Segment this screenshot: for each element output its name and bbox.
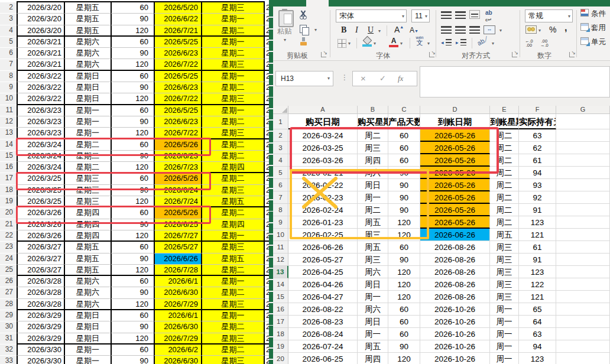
decrease-indent-icon[interactable]: ◂: [441, 38, 452, 46]
font-color-icon[interactable]: A: [389, 37, 398, 47]
row-header-1[interactable]: 1: [273, 114, 288, 129]
cell-days[interactable]: 90: [111, 14, 154, 25]
cell-product-days[interactable]: 60: [388, 241, 420, 254]
cell-days[interactable]: 120: [111, 59, 154, 70]
cell-hold-days[interactable]: 94: [519, 167, 556, 179]
row-header[interactable]: 18: [0, 185, 17, 196]
cell-arrival-date[interactable]: 2026-06-26: [420, 229, 490, 241]
number-format-combo[interactable]: 常规▾: [525, 9, 573, 22]
cell-date[interactable]: 2026/3/22: [17, 82, 64, 93]
cell-hold-days[interactable]: 123: [519, 216, 556, 229]
cell-weekday[interactable]: 星期五: [64, 14, 111, 25]
cell-arrival-date[interactable]: 2026/5/20: [154, 2, 201, 14]
cell-weekday[interactable]: 星期日: [64, 333, 111, 344]
grow-font-button[interactable]: A▲: [394, 25, 404, 34]
column-header-C[interactable]: C: [388, 106, 420, 114]
cell-days[interactable]: 120: [111, 333, 154, 344]
cell-weekday[interactable]: 星期一: [64, 356, 111, 364]
row-header[interactable]: 16: [0, 162, 17, 173]
cell-arrival-date[interactable]: 2026/7/22: [154, 93, 201, 105]
cell-days[interactable]: 120: [111, 265, 154, 276]
cell-weekday[interactable]: 星期五: [64, 242, 111, 253]
cell-arrival-date[interactable]: 2026-10-26: [420, 316, 490, 328]
cell-buy-weekday[interactable]: 周六: [358, 303, 388, 316]
cell-arrival-date[interactable]: 2026-10-26: [420, 353, 490, 364]
cell-hold-days[interactable]: 91: [519, 204, 556, 216]
cell-product-days[interactable]: 90: [388, 254, 420, 266]
row-header-16[interactable]: 16: [273, 303, 288, 316]
cell-weekday[interactable]: 星期六: [64, 276, 111, 287]
cell-days[interactable]: 90: [111, 116, 154, 128]
cell-date[interactable]: 2026/3/20: [17, 14, 64, 25]
cell-arrival-weekday[interactable]: 星期二: [201, 48, 265, 59]
increase-indent-icon[interactable]: ▸: [456, 38, 466, 46]
format-as-table-icon[interactable]: [580, 23, 589, 31]
row-header[interactable]: 28: [0, 299, 17, 310]
cell-arrival-date[interactable]: 2026-05-26: [420, 179, 490, 191]
fill-color-dropdown-chevron[interactable]: ▾: [374, 41, 376, 46]
row-header-19[interactable]: 19: [273, 340, 288, 353]
row-header-13[interactable]: 13: [273, 266, 288, 278]
cell-arrival-date[interactable]: 2026-10-26: [420, 340, 490, 353]
cell-arrival-weekday[interactable]: 星期二: [201, 321, 265, 333]
cell-buy-weekday[interactable]: 周五: [358, 340, 388, 353]
row-header-4[interactable]: 4: [273, 154, 288, 167]
cell-days[interactable]: 120: [111, 299, 154, 310]
cell-arrival-date[interactable]: 2026/5/25: [154, 37, 201, 48]
row-header[interactable]: 17: [0, 173, 17, 184]
cell-empty[interactable]: [556, 129, 610, 142]
italic-button[interactable]: I: [355, 25, 358, 35]
cell-hold-days[interactable]: 121: [519, 291, 556, 303]
cell-days[interactable]: 90: [111, 254, 154, 265]
cell-buy-date[interactable]: 2026-06-26: [288, 241, 358, 254]
wrap-text-icon[interactable]: abc↵: [485, 9, 492, 22]
cell-arrival-date[interactable]: 2026/7/21: [154, 25, 201, 37]
cell-arrival-date[interactable]: 2026/6/23: [154, 116, 201, 128]
cell-date[interactable]: 2026/3/27: [17, 242, 64, 253]
cell-date[interactable]: 2026/3/29: [17, 321, 64, 333]
cell-empty[interactable]: [556, 229, 610, 241]
cell-arrival-weekday[interactable]: 星期二: [201, 287, 265, 298]
cell-arrival-weekday[interactable]: 星期五: [201, 254, 265, 265]
cell-arrival-date[interactable]: 2026/6/1: [154, 310, 201, 321]
cell-arrival-date[interactable]: 2026-08-26: [420, 241, 490, 254]
cell-weekday[interactable]: 星期日: [64, 93, 111, 105]
cell-product-days[interactable]: 120: [388, 278, 420, 291]
cell-styles-icon[interactable]: [580, 37, 589, 45]
row-header[interactable]: 23: [0, 242, 17, 253]
row-header-12[interactable]: 12: [273, 254, 288, 266]
cell-arrival-date[interactable]: 2026/7/27: [154, 230, 201, 242]
merge-center-icon[interactable]: ↔: [484, 25, 495, 34]
cell-arrival-date[interactable]: 2026-08-26: [420, 254, 490, 266]
paste-label[interactable]: 粘贴: [277, 27, 292, 37]
clipboard-dialog-launcher[interactable]: ↘: [321, 52, 326, 57]
cell-product-days[interactable]: 60: [388, 328, 420, 340]
row-header[interactable]: 25: [0, 265, 17, 276]
cell-weekday[interactable]: 星期五: [64, 254, 111, 265]
fill-color-icon[interactable]: [362, 37, 372, 47]
cell-arrival-date[interactable]: 2026-10-26: [420, 303, 490, 316]
cell-empty[interactable]: [556, 167, 610, 179]
row-header-14[interactable]: 14: [273, 278, 288, 291]
font-size-combo[interactable]: 11▾: [411, 9, 430, 22]
cell-days[interactable]: 60: [111, 242, 154, 253]
align-top-icon[interactable]: [441, 11, 452, 19]
cell-arrival-weekday[interactable]: 星期二: [201, 344, 265, 356]
cell-product-days[interactable]: 120: [388, 266, 420, 278]
cell-days[interactable]: 60: [111, 37, 154, 48]
bold-button[interactable]: B: [341, 25, 346, 35]
cell-weekday[interactable]: 星期四: [64, 230, 111, 242]
row-header[interactable]: 32: [0, 344, 17, 356]
copy-dropdown-chevron[interactable]: ▾: [314, 27, 317, 32]
cell-days[interactable]: 120: [111, 25, 154, 37]
cell-buy-date[interactable]: 2026-04-27: [288, 291, 358, 303]
row-header[interactable]: 20: [0, 207, 17, 219]
cell-arrival-date[interactable]: 2026-08-26: [420, 266, 490, 278]
borders-icon[interactable]: [338, 39, 346, 48]
cell-hold-days[interactable]: 63: [519, 129, 556, 142]
cell-buy-date[interactable]: 2026-06-25: [288, 353, 358, 364]
cell-buy-weekday[interactable]: 周六: [358, 266, 388, 278]
cell-buy-weekday[interactable]: 周四: [358, 353, 388, 364]
format-as-table-label[interactable]: 套用: [591, 23, 606, 33]
formula-input[interactable]: [420, 66, 610, 98]
